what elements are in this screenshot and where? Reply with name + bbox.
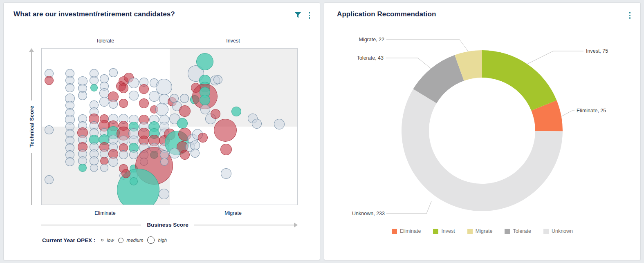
bubble-gray[interactable] (252, 119, 262, 129)
legend-label: Eliminate (400, 228, 421, 234)
bubble-red[interactable] (180, 150, 190, 160)
more-options-icon[interactable] (628, 11, 632, 20)
legend-label: Migrate (476, 228, 493, 234)
bubble-gray[interactable] (274, 119, 285, 129)
bubble-gray[interactable] (191, 149, 200, 158)
bubble-red[interactable] (214, 119, 237, 142)
legend-swatch-icon (433, 229, 438, 234)
bubble-red[interactable] (121, 169, 130, 178)
legend-item-eliminate[interactable]: Eliminate (392, 228, 421, 234)
size-legend: Current Year OPEX : low medium high (42, 236, 171, 244)
filter-icon[interactable] (294, 12, 301, 18)
bubble-gray[interactable] (45, 175, 54, 184)
legend-item-invest[interactable]: Invest (433, 228, 455, 234)
bubble-teal[interactable] (130, 177, 138, 185)
bubble-red[interactable] (139, 84, 149, 94)
callout-leader-line (386, 201, 431, 214)
bubble-gray[interactable] (90, 164, 98, 172)
bubble-gray[interactable] (159, 189, 169, 199)
size-legend-item-low: low (101, 238, 114, 243)
y-axis-label: Technical Score (27, 100, 36, 153)
bubble-gray[interactable] (180, 94, 189, 103)
legend-swatch-icon (467, 229, 473, 234)
x-axis-label: Business Score (141, 222, 194, 228)
bubble-red[interactable] (119, 83, 128, 93)
high-size-circle-icon (147, 236, 155, 244)
bubble-teal[interactable] (196, 53, 213, 70)
bubble-gray[interactable] (156, 79, 172, 95)
bubble-gray[interactable] (78, 91, 87, 100)
bubble-gray[interactable] (155, 103, 168, 116)
donut-callout-migrate: Migrate, 22 (359, 37, 384, 42)
bubble-gray[interactable] (169, 148, 180, 158)
callout-leader-line (386, 58, 431, 69)
donut-callout-unknown: Unknown, 233 (352, 211, 385, 216)
dashboard: What are our investment/retirement candi… (0, 0, 644, 263)
y-axis: Technical Score (26, 48, 37, 205)
donut-chart: Invest, 75Eliminate, 25Unknown, 233Toler… (324, 23, 641, 225)
bubble-teal[interactable] (231, 107, 241, 116)
bubble-gray[interactable] (65, 157, 74, 166)
legend-swatch-icon (543, 229, 549, 234)
bubble-gray[interactable] (109, 100, 118, 109)
x-axis-arrow-icon (294, 223, 298, 227)
legend-swatch-icon (392, 229, 397, 234)
bubble-teal[interactable] (200, 95, 210, 105)
more-options-icon[interactable] (308, 11, 311, 20)
donut-callout-eliminate: Eliminate, 25 (577, 108, 606, 114)
legend-label: Invest (441, 228, 455, 234)
quadrant-label-tolerate: Tolerate (72, 38, 138, 44)
medium-size-circle-icon (118, 238, 123, 243)
donut-legend: EliminateInvestMigrateTolerateUnknown (324, 228, 640, 234)
bubble-gray[interactable] (100, 164, 108, 172)
bubble-gray[interactable] (129, 91, 139, 100)
low-size-circle-icon (101, 239, 103, 241)
size-legend-title: Current Year OPEX : (42, 237, 95, 243)
bubble-gray[interactable] (128, 78, 139, 88)
bubble-red[interactable] (45, 76, 54, 85)
legend-item-migrate[interactable]: Migrate (467, 228, 493, 234)
size-legend-item-high: high (147, 236, 167, 244)
legend-label: Tolerate (513, 228, 531, 234)
legend-item-tolerate[interactable]: Tolerate (505, 228, 531, 234)
bubble-red[interactable] (119, 99, 128, 108)
donut-segment-invest[interactable] (482, 50, 556, 111)
size-legend-item-medium: medium (118, 238, 144, 243)
bubble-teal[interactable] (90, 84, 98, 91)
donut-callout-invest: Invest, 75 (586, 48, 608, 54)
scatter-plot (41, 48, 298, 205)
quadrant-label-invest: Invest (200, 38, 266, 44)
donut-callout-tolerate: Tolerate, 43 (357, 55, 384, 61)
quadrant-label-eliminate: Eliminate (72, 210, 138, 216)
legend-swatch-icon (505, 229, 510, 234)
bubble-gray[interactable] (221, 168, 231, 179)
bubble-red[interactable] (220, 144, 232, 155)
bubble-gray[interactable] (160, 158, 168, 166)
legend-item-unknown[interactable]: Unknown (543, 228, 573, 234)
x-axis: Business Score (41, 222, 298, 228)
bubble-red[interactable] (139, 98, 149, 108)
panel-title: Application Recommendation (337, 10, 436, 18)
bubble-red[interactable] (198, 133, 208, 143)
panel-title: What are our investment/retirement candi… (13, 10, 175, 18)
legend-label: Unknown (552, 228, 573, 234)
bubble-gray[interactable] (45, 125, 54, 134)
bubble-red[interactable] (211, 109, 220, 119)
bubble-gray[interactable] (119, 150, 128, 159)
bubble-gray[interactable] (213, 75, 222, 84)
bubble-gray[interactable] (65, 83, 74, 92)
bubble-teal[interactable] (79, 164, 87, 172)
callout-leader-line (561, 111, 574, 116)
application-recommendation-panel: Application Recommendation Invest, 75Eli… (324, 2, 641, 260)
quadrant-label-migrate: Migrate (200, 210, 266, 216)
bubble-gray[interactable] (108, 157, 118, 167)
callout-leader-line (386, 40, 468, 51)
bubble-gray[interactable] (200, 105, 210, 114)
investment-candidates-panel: What are our investment/retirement candi… (3, 2, 320, 260)
bubble-teal[interactable] (177, 118, 188, 129)
bubble-red[interactable] (179, 105, 191, 117)
callout-leader-line (527, 51, 583, 64)
bubble-gray[interactable] (109, 68, 118, 77)
